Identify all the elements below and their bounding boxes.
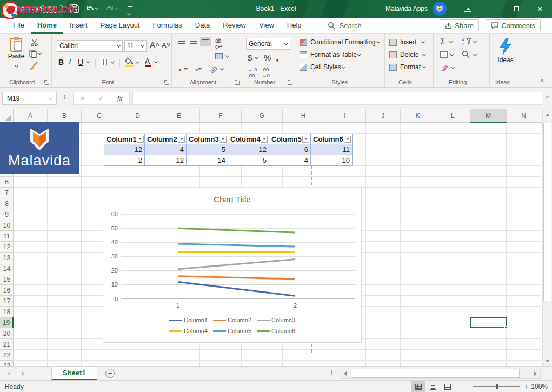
increase-indent-button[interactable]: ⇥≡: [192, 66, 202, 74]
row-header-11[interactable]: 11: [0, 231, 14, 242]
column-header-A[interactable]: A: [14, 109, 48, 123]
formula-bar-expand-icon[interactable]: [546, 95, 549, 98]
table-cell[interactable]: 2: [104, 155, 145, 166]
table-cell[interactable]: 11: [311, 144, 353, 155]
filter-dropdown-icon[interactable]: [344, 136, 351, 143]
chart-object[interactable]: Chart Title 010203040506012 Column1Colum…: [103, 188, 362, 343]
column-header-J[interactable]: J: [366, 109, 401, 123]
format-cells-button[interactable]: Format: [389, 63, 425, 71]
column-header-E[interactable]: E: [158, 109, 200, 123]
ribbon-tab-home[interactable]: Home: [31, 18, 63, 34]
horizontal-scroll-thumb[interactable]: [351, 369, 520, 378]
currency-dropdown-icon[interactable]: [255, 56, 258, 59]
next-sheet-button[interactable]: [22, 371, 25, 376]
table-cell[interactable]: 4: [145, 144, 187, 155]
column-header-K[interactable]: K: [401, 109, 435, 123]
format-as-table-button[interactable]: Format as Table: [300, 51, 361, 58]
table-cell[interactable]: 5: [187, 144, 228, 155]
ideas-button[interactable]: Ideas: [490, 38, 521, 64]
row-header-8[interactable]: 8: [0, 198, 14, 209]
font-name-combo[interactable]: Calibri: [57, 40, 123, 52]
middle-align-button[interactable]: [190, 39, 197, 44]
ribbon-tab-page-layout[interactable]: Page Layout: [94, 18, 147, 34]
column-header-N[interactable]: N: [507, 109, 541, 123]
table-cell[interactable]: 12: [228, 144, 269, 155]
zoom-slider[interactable]: [473, 386, 520, 387]
wrap-text-button[interactable]: abc↩: [215, 38, 222, 50]
bold-button[interactable]: B: [58, 58, 64, 67]
ribbon-tab-insert[interactable]: Insert: [63, 18, 94, 34]
table-cell[interactable]: 6: [269, 144, 311, 155]
alignment-dialog-launcher[interactable]: [235, 81, 240, 85]
delete-cells-button[interactable]: Delete: [389, 51, 425, 58]
comments-button[interactable]: Comments: [486, 19, 541, 31]
underline-dropdown-icon[interactable]: [86, 60, 90, 64]
restore-button[interactable]: [504, 0, 528, 18]
row-header-12[interactable]: 12: [0, 242, 14, 253]
autosum-dropdown-icon[interactable]: [449, 39, 453, 43]
zoom-out-button[interactable]: −: [464, 382, 469, 391]
currency-button[interactable]: $: [248, 53, 252, 62]
increase-decimal-button[interactable]: ←.0.00: [248, 67, 257, 78]
filter-dropdown-icon[interactable]: [261, 136, 268, 143]
enter-icon[interactable]: ✓: [98, 95, 104, 102]
new-sheet-button[interactable]: +: [105, 369, 115, 378]
page-break-view-button[interactable]: [440, 381, 455, 392]
row-header-16[interactable]: 16: [0, 285, 14, 296]
copy-button[interactable]: [29, 50, 41, 58]
malavida-logo-image[interactable]: Malavida: [0, 122, 79, 174]
clear-dropdown-icon[interactable]: [451, 65, 455, 69]
column-header-L[interactable]: L: [435, 109, 470, 123]
data-table[interactable]: Column1Column2Column3Column4Column5Colum…: [104, 134, 353, 166]
column-header-F[interactable]: F: [200, 109, 242, 123]
account-name[interactable]: Malavida Apps: [385, 0, 428, 18]
paste-button[interactable]: Paste: [5, 37, 27, 70]
align-left-button[interactable]: [178, 54, 185, 58]
formula-bar-divider[interactable]: •••: [64, 95, 65, 99]
cancel-icon[interactable]: ×: [81, 94, 85, 103]
cut-button[interactable]: [30, 38, 38, 46]
autosum-button[interactable]: Σ: [440, 37, 445, 46]
column-header-D[interactable]: D: [117, 109, 158, 123]
collapse-ribbon-button[interactable]: ^: [541, 78, 544, 85]
sort-filter-button[interactable]: AZ: [462, 37, 471, 46]
borders-icon[interactable]: [101, 59, 108, 65]
sheet-tab-sheet1[interactable]: Sheet1: [51, 367, 97, 380]
top-align-button[interactable]: [178, 39, 185, 44]
fill-down-button[interactable]: ↓: [440, 51, 448, 58]
table-cell[interactable]: 14: [187, 155, 228, 166]
comma-button[interactable]: ,: [276, 51, 278, 63]
table-cell[interactable]: 4: [269, 155, 311, 166]
ribbon-tab-help[interactable]: Help: [281, 18, 308, 34]
name-box-dropdown-icon[interactable]: [49, 96, 52, 99]
normal-view-button[interactable]: [411, 381, 425, 392]
row-header-21[interactable]: 21: [0, 339, 14, 350]
shrink-font-button[interactable]: A˅: [162, 41, 170, 49]
search-box[interactable]: Search: [328, 22, 362, 30]
number-dialog-launcher[interactable]: [288, 81, 292, 85]
row-header-10[interactable]: 10: [0, 220, 14, 231]
row-header-13[interactable]: 13: [0, 253, 14, 263]
row-header-18[interactable]: 18: [0, 307, 14, 317]
fill-dropdown-icon[interactable]: [136, 60, 139, 64]
table-cell[interactable]: 10: [311, 155, 353, 166]
percent-button[interactable]: %: [264, 53, 271, 62]
insert-function-button[interactable]: fx: [117, 94, 122, 103]
ribbon-tab-formulas[interactable]: Formulas: [147, 18, 189, 34]
vertical-scroll-thumb[interactable]: [543, 123, 551, 301]
font-color-dropdown-icon[interactable]: [154, 60, 158, 64]
decrease-decimal-button[interactable]: .00→0: [262, 67, 270, 78]
fill-handle[interactable]: [504, 326, 507, 329]
column-header-C[interactable]: C: [82, 109, 117, 123]
tab-scroll-divider[interactable]: •••: [331, 370, 332, 375]
ribbon-tab-review[interactable]: Review: [216, 18, 252, 34]
number-format-combo[interactable]: General: [246, 38, 290, 50]
table-cell[interactable]: 12: [145, 155, 187, 166]
format-painter-button[interactable]: [30, 62, 38, 70]
fill-color-button[interactable]: [125, 57, 134, 64]
filter-dropdown-icon[interactable]: [220, 136, 227, 143]
find-dropdown-icon[interactable]: [473, 52, 477, 56]
name-box[interactable]: M19: [2, 92, 57, 105]
row-header-7[interactable]: 7: [0, 188, 14, 198]
orientation-dropdown-icon[interactable]: [220, 67, 224, 71]
